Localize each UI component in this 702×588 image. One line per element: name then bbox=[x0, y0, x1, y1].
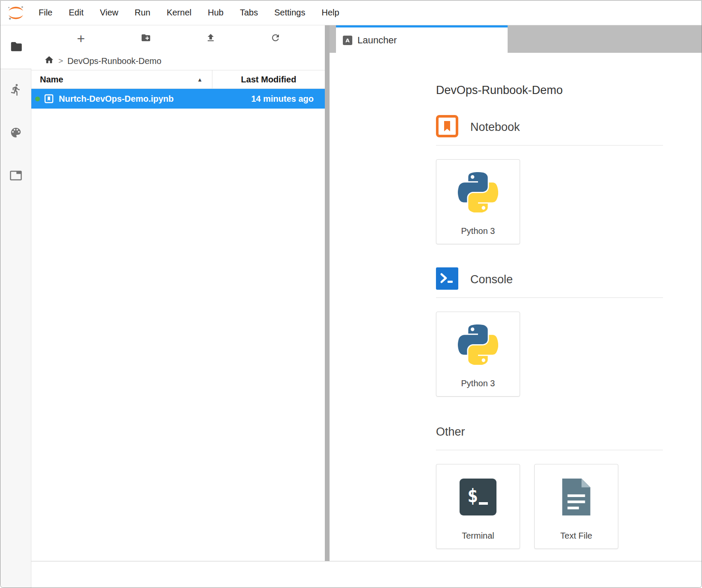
notebook-file-icon bbox=[44, 94, 54, 104]
panel-splitter[interactable] bbox=[325, 25, 330, 561]
launcher-card-console-python3[interactable]: Python 3 bbox=[436, 312, 520, 397]
main-dock-area: Launcher DevOps-Runbook-Demo bbox=[330, 25, 702, 561]
upload-icon bbox=[206, 33, 216, 45]
notebook-icon bbox=[436, 115, 458, 139]
new-folder-icon bbox=[141, 33, 151, 45]
file-last-modified: 14 minutes ago bbox=[251, 94, 325, 104]
menu-file[interactable]: File bbox=[30, 0, 61, 25]
breadcrumb: > DevOps-Runbook-Demo bbox=[31, 52, 325, 70]
notebook-cards: Python 3 bbox=[436, 159, 663, 244]
card-label: Terminal bbox=[436, 531, 520, 549]
menu-hub[interactable]: Hub bbox=[200, 0, 232, 25]
dock-main: + bbox=[31, 25, 702, 561]
tab-launcher[interactable]: Launcher bbox=[336, 25, 508, 53]
card-label: Python 3 bbox=[436, 226, 520, 244]
jupyterlab-window: File Edit View Run Kernel Hub Tabs Setti… bbox=[0, 0, 702, 588]
home-icon[interactable] bbox=[44, 55, 54, 67]
section-console-label: Console bbox=[470, 273, 513, 286]
refresh-button[interactable] bbox=[266, 30, 285, 47]
folder-icon bbox=[9, 40, 22, 55]
launcher-card-text-file[interactable]: Text File bbox=[534, 464, 618, 549]
section-notebook-label: Notebook bbox=[470, 121, 520, 134]
menu-view[interactable]: View bbox=[92, 0, 127, 25]
jupyter-logo-icon bbox=[6, 3, 25, 22]
menu-help[interactable]: Help bbox=[313, 0, 347, 25]
section-divider bbox=[436, 145, 663, 145]
name-column-label: Name bbox=[40, 75, 63, 85]
section-other-header: Other bbox=[436, 421, 663, 443]
card-label: Python 3 bbox=[436, 379, 520, 396]
section-divider bbox=[436, 297, 663, 298]
refresh-icon bbox=[270, 33, 281, 45]
console-icon bbox=[436, 267, 458, 291]
menu-edit[interactable]: Edit bbox=[61, 0, 91, 25]
sidebar-tab-command-palette[interactable] bbox=[0, 112, 31, 155]
file-name: Nurtch-DevOps-Demo.ipynb bbox=[59, 94, 174, 104]
text-file-icon bbox=[560, 478, 592, 518]
main-tab-bar: Launcher bbox=[330, 25, 702, 53]
tabs-icon bbox=[9, 169, 22, 184]
launcher-panel: DevOps-Runbook-Demo Notebook bbox=[330, 53, 702, 561]
menu-tabs[interactable]: Tabs bbox=[232, 0, 266, 25]
file-row-notebook[interactable]: Nurtch-DevOps-Demo.ipynb 14 minutes ago bbox=[31, 89, 325, 109]
section-divider bbox=[436, 450, 663, 450]
last-modified-column-label: Last Modified bbox=[241, 75, 297, 85]
sidebar-tab-open-tabs[interactable] bbox=[0, 155, 31, 198]
file-listing-header: Name ▲ Last Modified bbox=[31, 70, 325, 89]
sort-ascending-icon: ▲ bbox=[197, 76, 203, 83]
menu-kernel[interactable]: Kernel bbox=[158, 0, 200, 25]
python-icon bbox=[458, 324, 498, 367]
terminal-icon: $ bbox=[460, 479, 496, 517]
breadcrumb-folder[interactable]: DevOps-Runbook-Demo bbox=[67, 56, 161, 66]
launcher-cwd-title: DevOps-Runbook-Demo bbox=[436, 84, 663, 97]
running-person-icon bbox=[9, 83, 22, 98]
svg-text:$: $ bbox=[467, 485, 478, 506]
palette-icon bbox=[9, 126, 22, 141]
launcher-card-notebook-python3[interactable]: Python 3 bbox=[436, 159, 520, 244]
app-body: + bbox=[0, 25, 702, 588]
menubar: File Edit View Run Kernel Hub Tabs Setti… bbox=[0, 0, 702, 25]
left-activity-sidebar bbox=[0, 25, 31, 588]
new-folder-button[interactable] bbox=[136, 30, 156, 47]
section-notebook-header: Notebook bbox=[436, 116, 663, 138]
file-browser-panel: + bbox=[31, 25, 325, 561]
column-header-name[interactable]: Name ▲ bbox=[31, 70, 212, 88]
sidebar-tab-running-sessions[interactable] bbox=[0, 69, 31, 112]
other-cards: $ Terminal bbox=[436, 464, 663, 549]
column-header-last-modified[interactable]: Last Modified bbox=[212, 70, 325, 88]
python-icon bbox=[458, 172, 498, 214]
section-console-header: Console bbox=[436, 268, 663, 291]
card-label: Text File bbox=[535, 531, 618, 549]
launcher-card-terminal[interactable]: $ Terminal bbox=[436, 464, 520, 549]
breadcrumb-separator: > bbox=[58, 56, 63, 66]
console-cards: Python 3 bbox=[436, 312, 663, 397]
kernel-running-indicator bbox=[35, 97, 40, 101]
section-other-label: Other bbox=[436, 425, 465, 439]
plus-icon: + bbox=[77, 32, 85, 45]
new-launcher-button[interactable]: + bbox=[71, 30, 91, 47]
upload-button[interactable] bbox=[201, 30, 221, 47]
sidebar-tab-file-browser[interactable] bbox=[0, 25, 31, 69]
menu-run[interactable]: Run bbox=[127, 0, 159, 25]
dock-bottom-strip bbox=[31, 561, 702, 588]
launcher-tab-icon bbox=[343, 36, 352, 45]
menu-settings[interactable]: Settings bbox=[266, 0, 313, 25]
file-browser-toolbar: + bbox=[31, 25, 325, 52]
launcher-tab-label: Launcher bbox=[357, 35, 397, 46]
dock-panel: + bbox=[31, 25, 702, 588]
